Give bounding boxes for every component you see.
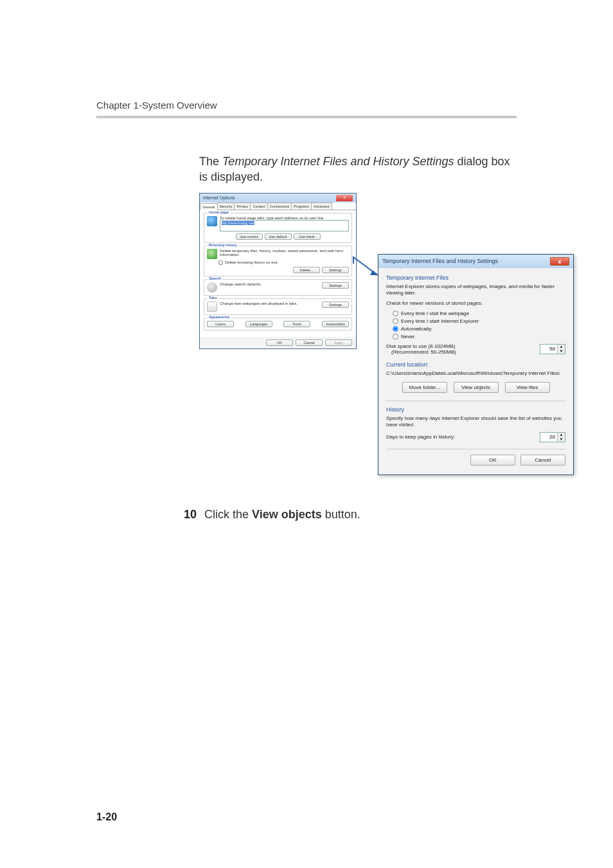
colors-button[interactable]: Colors (207, 321, 234, 327)
io-close-button[interactable]: x (336, 195, 353, 201)
intro-text: The Temporary Internet Files and History… (199, 154, 517, 185)
tab-connections[interactable]: Connections (267, 203, 292, 210)
tif-desc: Internet Explorer stores copies of webpa… (386, 284, 565, 296)
internet-options-dialog: Internet Options x General Security Priv… (199, 193, 357, 349)
intro-prefix: The (199, 155, 222, 168)
days-spinner[interactable]: ▲▼ (540, 432, 565, 442)
move-folder-button[interactable]: Move folder... (402, 382, 447, 393)
step-bold: View objects (252, 508, 322, 521)
io-titlebar: Internet Options x (200, 194, 356, 203)
tif-check-label: Check for newer versions of stored pages… (386, 300, 565, 307)
io-appearance-legend: Appearance (208, 315, 231, 319)
search-settings-button[interactable]: Settings (322, 282, 349, 289)
days-label: Days to keep pages in history: (386, 434, 455, 440)
io-apply-button[interactable]: Apply (325, 339, 352, 346)
io-home-url[interactable]: http://www.knology.net/ (220, 220, 349, 231)
tif-ok-button[interactable]: OK (470, 455, 515, 466)
tab-general[interactable]: General (200, 203, 218, 210)
io-history-group: Browsing history Delete temporary files,… (204, 246, 352, 276)
fonts-button[interactable]: Fonts (283, 321, 310, 327)
io-tabs-text: Change how webpages are displayed in tab… (220, 302, 319, 305)
disk-space-spinner[interactable]: ▲▼ (540, 344, 565, 354)
languages-button[interactable]: Languages (245, 321, 272, 327)
io-tabs-group: Tabs Change how webpages are displayed i… (204, 298, 352, 315)
tab-privacy[interactable]: Privacy (234, 203, 251, 210)
tif-close-button[interactable]: x (550, 257, 569, 266)
cur-loc-head: Current location: (386, 361, 565, 368)
use-blank-button[interactable]: Use blank (294, 233, 321, 240)
io-home-legend: Home page (208, 210, 230, 214)
chapter-header: Chapter 1-System Overview (96, 100, 517, 111)
spinner-arrows-icon[interactable]: ▲▼ (557, 345, 565, 354)
tabs-settings-button[interactable]: Settings (322, 302, 349, 308)
header-rule (96, 116, 517, 118)
screenshot-area: Internet Options x General Security Priv… (199, 193, 517, 502)
tif-titlebar: Temporary Internet Files and History Set… (378, 255, 573, 268)
step-prefix: Click the (204, 508, 252, 521)
delete-on-exit-label: Delete browsing history on exit (225, 260, 278, 264)
home-icon (207, 216, 217, 226)
history-settings-button[interactable]: Settings (322, 267, 349, 273)
tabs-icon (207, 302, 217, 312)
page-number: 1-20 (96, 811, 117, 823)
io-tabs-legend: Tabs (208, 296, 218, 300)
io-history-legend: Browsing history (208, 243, 238, 247)
accessibility-button[interactable]: Accessibility (322, 321, 349, 327)
history-text: Specify how many days Internet Explorer … (386, 415, 565, 428)
search-icon (207, 282, 217, 293)
step-suffix: button. (322, 508, 360, 521)
tif-divider-2 (386, 449, 565, 449)
cur-loc-path: C:\Users\brians\AppData\Local\Microsoft\… (386, 370, 565, 377)
tab-security[interactable]: Security (217, 203, 235, 210)
disk-space-input[interactable] (540, 345, 557, 354)
io-history-text: Delete temporary files, history, cookies… (220, 249, 349, 257)
io-home-group: Home page To create home page tabs, type… (204, 213, 352, 243)
io-cancel-button[interactable]: Cancel (296, 339, 323, 346)
radio-every-start[interactable]: Every time I start Internet Explorer (393, 318, 565, 324)
radio-automatically[interactable]: Automatically (393, 326, 565, 332)
disk-label: Disk space to use (8-1024MB) (386, 343, 456, 349)
radio-every-visit[interactable]: Every time I visit the webpage (393, 311, 565, 316)
io-appearance-group: Appearance Colors Languages Fonts Access… (204, 318, 352, 330)
io-search-legend: Search (208, 276, 222, 280)
tif-cancel-button[interactable]: Cancel (520, 455, 565, 466)
history-icon (207, 249, 217, 259)
view-files-button[interactable]: View files (505, 382, 550, 393)
tab-content[interactable]: Content (250, 203, 267, 210)
io-search-text: Change search defaults. (220, 282, 319, 286)
tif-title-text: Temporary Internet Files and History Set… (382, 258, 498, 264)
history-head: History (386, 406, 565, 413)
spinner-arrows-icon[interactable]: ▲▼ (557, 433, 565, 442)
io-search-group: Search Change search defaults. Settings (204, 279, 352, 296)
intro-italic: Temporary Internet Files and History Set… (222, 155, 454, 168)
delete-on-exit-checkbox[interactable] (218, 260, 223, 265)
tab-programs[interactable]: Programs (291, 203, 312, 210)
tif-section-head: Temporary Internet Files (386, 275, 565, 281)
tab-advanced[interactable]: Advanced (311, 203, 332, 210)
history-delete-button[interactable]: Delete... (293, 267, 320, 273)
disk-rec: (Recommended: 50-250MB) (391, 349, 456, 355)
view-objects-button[interactable]: View objects (454, 382, 499, 393)
io-tabs[interactable]: General Security Privacy Content Connect… (200, 203, 356, 210)
use-default-button[interactable]: Use default (265, 233, 292, 240)
days-input[interactable] (540, 433, 557, 442)
callout-connector (352, 256, 381, 278)
use-current-button[interactable]: Use current (236, 233, 263, 240)
io-ok-button[interactable]: OK (266, 339, 293, 346)
tif-dialog: Temporary Internet Files and History Set… (378, 254, 574, 475)
io-title-text: Internet Options (203, 195, 235, 200)
radio-never[interactable]: Never (393, 334, 565, 339)
step-number: 10 (180, 508, 197, 521)
step-10: 10 Click the View objects button. (180, 508, 517, 521)
tif-divider (386, 401, 565, 401)
